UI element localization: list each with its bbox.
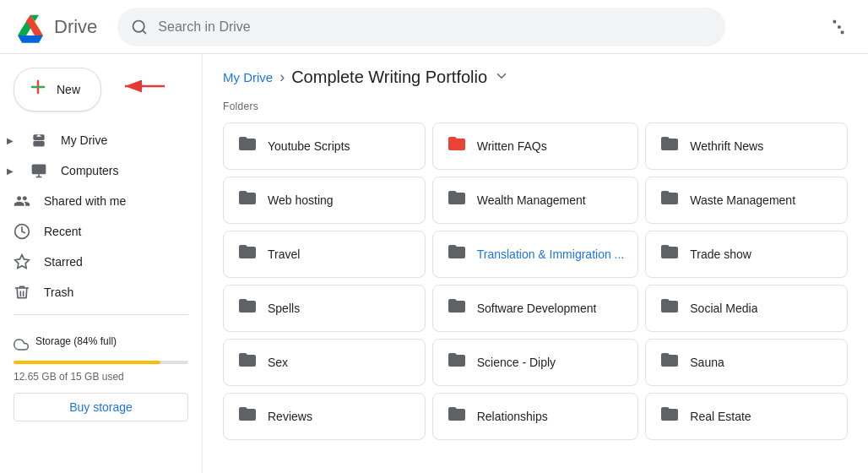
folder-name: Travel <box>268 247 300 261</box>
folder-name: Web hosting <box>268 193 334 207</box>
folder-item[interactable]: Science - Diply <box>432 339 639 386</box>
folder-item[interactable]: Wethrift News <box>645 122 848 170</box>
folder-name: Relationships <box>477 410 548 423</box>
sidebar-item-computers[interactable]: ▶ Computers <box>0 155 195 186</box>
folder-icon <box>659 350 680 375</box>
folder-name: Wealth Management <box>477 193 586 207</box>
plus-icon <box>28 77 48 102</box>
folder-name: Waste Management <box>690 193 795 207</box>
folder-name: Written FAQs <box>477 139 547 153</box>
folder-item[interactable]: Youtube Scripts <box>223 122 426 170</box>
folder-name: Real Estate <box>690 410 751 423</box>
new-button[interactable]: New <box>14 68 101 111</box>
svg-rect-2 <box>833 19 837 23</box>
top-bar: Drive <box>0 0 868 54</box>
folder-icon <box>237 188 258 213</box>
search-input[interactable] <box>158 19 712 35</box>
filter-icon[interactable] <box>822 11 854 43</box>
folder-icon <box>237 242 258 267</box>
breadcrumb-dropdown-icon[interactable] <box>494 68 509 86</box>
folder-item[interactable]: Software Development <box>432 285 639 332</box>
sidebar-item-trash[interactable]: Trash <box>0 277 195 307</box>
folder-icon <box>447 350 467 375</box>
trash-icon <box>14 284 30 301</box>
search-icon <box>131 19 148 35</box>
sidebar-label-trash: Trash <box>44 285 73 299</box>
logo-text: Drive <box>54 16 97 38</box>
folder-item[interactable]: Sex <box>223 339 426 386</box>
folder-item[interactable]: Real Estate <box>645 393 848 440</box>
folder-icon <box>447 242 467 267</box>
folder-item[interactable]: Translation & Immigration ... <box>432 231 639 278</box>
folder-item[interactable]: Sauna <box>645 339 848 386</box>
storage-section: Storage (84% full) 12.65 GB of 15 GB use… <box>0 322 202 435</box>
sidebar-label-my-drive: My Drive <box>61 133 107 147</box>
starred-icon <box>14 253 30 270</box>
breadcrumb-separator: › <box>279 68 285 86</box>
svg-marker-13 <box>15 255 30 269</box>
sidebar-item-my-drive[interactable]: ▶ My Drive <box>0 125 195 155</box>
sidebar: New ▶ <box>0 54 203 473</box>
folder-name: Spells <box>268 302 300 315</box>
storage-used-text: 12.65 GB of 15 GB used <box>14 371 188 383</box>
folder-icon <box>659 133 680 159</box>
folder-item[interactable]: Spells <box>223 285 426 332</box>
sidebar-divider <box>14 314 188 315</box>
folder-item[interactable]: Travel <box>223 231 426 278</box>
expand-arrow-computers-icon: ▶ <box>7 166 14 176</box>
folder-name: Translation & Immigration ... <box>477 247 625 261</box>
folder-name: Science - Diply <box>477 356 556 369</box>
storage-bar-fill <box>14 361 160 364</box>
sidebar-item-shared[interactable]: Shared with me <box>0 186 195 216</box>
main-content: My Drive › Complete Writing Portfolio Fo… <box>203 54 868 473</box>
buy-storage-button[interactable]: Buy storage <box>14 393 188 421</box>
folder-item[interactable]: Relationships <box>432 393 639 440</box>
folder-item[interactable]: Written FAQs <box>432 122 639 170</box>
breadcrumb-current: Complete Writing Portfolio <box>291 68 487 87</box>
folder-name: Sex <box>268 356 288 369</box>
folder-item[interactable]: Social Media <box>645 285 848 332</box>
recent-icon <box>14 223 30 240</box>
new-button-label: New <box>57 83 80 96</box>
folder-icon <box>237 296 258 321</box>
my-drive-icon <box>30 132 47 149</box>
folder-icon <box>447 404 467 429</box>
logo[interactable]: Drive <box>14 10 97 44</box>
expand-arrow-icon: ▶ <box>7 136 14 145</box>
sidebar-label-recent: Recent <box>44 225 81 238</box>
main-area: New ▶ <box>0 54 868 473</box>
red-arrow <box>118 76 169 96</box>
storage-cloud-icon <box>14 337 29 352</box>
folder-name: Social Media <box>690 302 757 315</box>
folder-item[interactable]: Web hosting <box>223 177 426 224</box>
search-bar[interactable] <box>117 8 725 46</box>
folder-name: Reviews <box>268 410 312 423</box>
folder-name: Software Development <box>477 302 597 315</box>
colored-plus-icon <box>28 77 48 97</box>
folder-name: Youtube Scripts <box>268 139 350 153</box>
folder-icon <box>447 133 467 159</box>
breadcrumb-parent-link[interactable]: My Drive <box>223 70 273 84</box>
folder-icon <box>237 133 258 159</box>
folder-icon <box>237 404 258 429</box>
folder-name: Trade show <box>690 247 751 261</box>
sidebar-item-recent[interactable]: Recent <box>0 216 195 247</box>
svg-line-1 <box>143 30 146 33</box>
folders-section-title: Folders <box>223 101 848 112</box>
folder-item[interactable]: Wealth Management <box>432 177 639 224</box>
folder-icon <box>659 296 680 321</box>
sidebar-item-starred[interactable]: Starred <box>0 247 195 277</box>
sidebar-label-shared: Shared with me <box>44 194 126 208</box>
folder-grid: Youtube Scripts Written FAQs Wethrift Ne… <box>223 122 848 440</box>
folder-item[interactable]: Trade show <box>645 231 848 278</box>
folder-icon <box>447 296 467 321</box>
folder-item[interactable]: Reviews <box>223 393 426 440</box>
storage-bar-background <box>14 361 188 364</box>
sidebar-label-starred: Starred <box>44 255 83 269</box>
svg-rect-3 <box>838 25 841 29</box>
folder-item[interactable]: Waste Management <box>645 177 848 224</box>
folder-icon <box>237 350 258 375</box>
sidebar-label-computers: Computers <box>61 164 118 177</box>
storage-label: Storage (84% full) <box>35 335 117 347</box>
breadcrumb: My Drive › Complete Writing Portfolio <box>223 68 848 87</box>
